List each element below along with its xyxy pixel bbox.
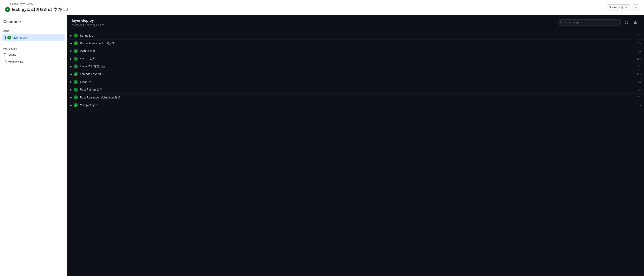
search-wrapper — [558, 20, 621, 26]
sidebar-summary-link[interactable]: Summary — [0, 18, 66, 25]
log-step[interactable]: ▶ ✓ Post Run actions/checkout@v3 0s — [67, 94, 644, 101]
log-step[interactable]: ▶ ✓ Run actions/checkout@v3 1s — [67, 40, 644, 47]
top-bar: ← Lambda Layer Deploy ✓ feat: pytz 라이브러리… — [0, 0, 644, 15]
chevron-right-icon: ▶ — [70, 80, 72, 83]
step-duration: 0s — [634, 80, 641, 83]
chevron-right-icon: ▶ — [70, 96, 72, 99]
search-icon — [560, 21, 563, 24]
breadcrumb-link[interactable]: Lambda Layer Deploy — [9, 3, 33, 6]
jobs-section-label: Jobs — [0, 29, 66, 34]
stopwatch-icon — [3, 53, 7, 57]
main-layout: Summary Jobs ✓ layer-deploy Run details … — [0, 15, 644, 276]
step-success-icon: ✓ — [74, 72, 78, 76]
log-job-name: layer-deploy — [72, 18, 104, 23]
step-name: Post Run actions/checkout@v3 — [80, 96, 634, 99]
log-step[interactable]: ▶ ✓ Post Python 설정 0s — [67, 86, 644, 94]
page-title: ✓ feat: pytz 라이브러리 추가 #6 — [5, 7, 68, 12]
step-name: Lambda Layer 배포 — [80, 72, 634, 76]
summary-label: Summary — [8, 20, 21, 24]
chevron-right-icon: ▶ — [70, 104, 72, 107]
log-header: layer-deploy succeeded 3 days ago in 37s — [67, 15, 644, 30]
step-duration: 17s — [634, 57, 641, 60]
step-success-icon: ✓ — [74, 103, 78, 107]
chevron-right-icon: ▶ — [70, 57, 72, 60]
usage-label: Usage — [8, 53, 16, 56]
search-logs-input[interactable] — [558, 20, 621, 26]
chevron-right-icon: ▶ — [70, 42, 72, 45]
sidebar-divider-2 — [0, 43, 66, 43]
top-bar-left: ← Lambda Layer Deploy ✓ feat: pytz 라이브러리… — [5, 3, 68, 12]
log-steps-list: ▶ ✓ Set up job 0s ▶ ✓ Run actions/checko… — [67, 30, 644, 276]
step-name: Layer ZIP 파일 생성 — [80, 65, 634, 68]
step-name: Python 설정 — [80, 49, 634, 53]
rerun-all-jobs-button[interactable]: Re-run all jobs — [607, 5, 630, 11]
step-duration: 1s — [634, 42, 641, 45]
step-duration: 0s — [634, 88, 641, 91]
log-step[interactable]: ▶ ✓ Set up job 0s — [67, 32, 644, 40]
step-duration: 2s — [634, 65, 641, 68]
settings-logs-button[interactable] — [632, 19, 639, 26]
chevron-right-icon: ▶ — [70, 34, 72, 37]
log-step[interactable]: ▶ ✓ Complete job 0s — [67, 101, 644, 109]
step-duration: 0s — [634, 34, 641, 37]
run-details-label: Run details — [0, 45, 66, 51]
top-bar-right: Re-run all jobs ··· — [607, 5, 639, 11]
log-header-right — [558, 19, 639, 26]
workflow-file-label: Workflow file — [8, 60, 24, 64]
job-name-label: layer-deploy — [13, 36, 28, 39]
log-header-left: layer-deploy succeeded 3 days ago in 37s — [72, 18, 104, 27]
log-job-status: succeeded 3 days ago in 37s — [72, 24, 104, 27]
more-options-button[interactable]: ··· — [632, 5, 639, 11]
step-duration: 0s — [634, 104, 641, 107]
log-step[interactable]: ▶ ✓ Layer ZIP 파일 생성 2s — [67, 63, 644, 70]
step-duration: 0s — [634, 50, 641, 53]
chevron-right-icon: ▶ — [70, 65, 72, 68]
step-success-icon: ✓ — [74, 80, 78, 84]
sidebar-workflow-file-link[interactable]: Workflow file — [0, 58, 66, 66]
chevron-right-icon: ▶ — [70, 73, 72, 76]
step-success-icon: ✓ — [74, 95, 78, 99]
back-arrow-icon: ← — [5, 3, 8, 6]
sidebar: Summary Jobs ✓ layer-deploy Run details … — [0, 15, 67, 276]
refresh-logs-button[interactable] — [623, 19, 630, 26]
step-success-icon: ✓ — [74, 49, 78, 53]
sidebar-usage-link[interactable]: Usage — [0, 51, 66, 58]
active-indicator — [5, 36, 6, 40]
step-name: Complete job — [80, 103, 634, 107]
step-name: 패키지 설치 — [80, 57, 634, 61]
log-step[interactable]: ▶ ✓ CleanUp 0s — [67, 78, 644, 86]
job-success-icon: ✓ — [7, 36, 11, 40]
step-duration: 10s — [634, 73, 641, 76]
log-panel: layer-deploy succeeded 3 days ago in 37s — [67, 15, 644, 276]
step-success-icon: ✓ — [74, 88, 78, 92]
sidebar-divider — [0, 27, 66, 27]
run-title: feat: pytz 라이브러리 추가 — [12, 7, 62, 12]
log-step[interactable]: ▶ ✓ 패키지 설치 17s — [67, 55, 644, 63]
breadcrumb: ← Lambda Layer Deploy — [5, 3, 68, 6]
step-name: Post Python 설정 — [80, 88, 634, 92]
sidebar-job-layer-deploy[interactable]: ✓ layer-deploy — [2, 34, 65, 41]
step-success-icon: ✓ — [74, 41, 78, 45]
file-icon — [3, 60, 7, 64]
home-icon — [3, 20, 7, 24]
step-name: CleanUp — [80, 80, 634, 84]
log-step[interactable]: ▶ ✓ Lambda Layer 배포 10s — [67, 70, 644, 78]
run-number: #6 — [63, 7, 68, 12]
step-success-icon: ✓ — [74, 57, 78, 61]
step-success-icon: ✓ — [74, 64, 78, 69]
step-name: Set up job — [80, 34, 634, 37]
step-duration: 0s — [634, 96, 641, 99]
step-success-icon: ✓ — [74, 34, 78, 38]
run-status-icon: ✓ — [5, 7, 10, 12]
step-name: Run actions/checkout@v3 — [80, 42, 634, 45]
chevron-right-icon: ▶ — [70, 88, 72, 91]
log-step[interactable]: ▶ ✓ Python 설정 0s — [67, 47, 644, 55]
chevron-right-icon: ▶ — [70, 50, 72, 53]
